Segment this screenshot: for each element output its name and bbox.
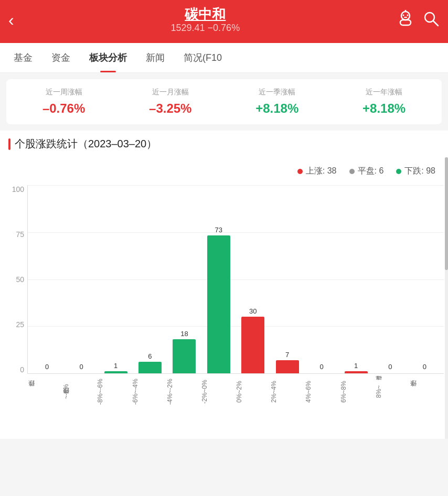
x-label-n8_below: 跌停~-8% <box>62 376 97 407</box>
x-label-p2_p4: 2%~4% <box>270 376 305 407</box>
tab-capital[interactable]: 资金 <box>42 43 80 72</box>
legend-flat-label: 平盘: 6 <box>358 166 384 177</box>
x-label-p6_p8: 6%~8% <box>340 376 375 407</box>
x-label-p8_limit: 8%~涨停 <box>375 376 409 407</box>
tab-sector[interactable]: 板块分析 <box>80 43 136 72</box>
bar-group-n4_n2: 18 <box>167 330 201 373</box>
y-label-25: 25 <box>4 320 24 329</box>
stat-quarter-value: +8.18% <box>255 101 298 116</box>
section-title-text: 个股涨跌统计（2023–03–20） <box>15 137 157 151</box>
legend-flat-dot <box>349 169 355 174</box>
stat-week-value: –0.76% <box>42 101 85 116</box>
y-label-100: 100 <box>4 185 24 193</box>
avatar-button[interactable] <box>397 10 414 30</box>
bar-rect-p4_p6 <box>310 372 333 373</box>
bar-group-n2_0: 73 <box>201 226 236 373</box>
section-title: 个股涨跌统计（2023–03–20） <box>0 131 448 157</box>
bar-group-p2_p4: 7 <box>270 351 304 373</box>
svg-point-0 <box>401 12 410 20</box>
legend-up-dot <box>297 169 303 174</box>
chart-inner: 100 75 50 25 0 001618733070100 跌停跌停~-8 <box>4 185 444 439</box>
bar-value-p8_limit: 0 <box>388 363 392 371</box>
svg-point-5 <box>405 10 407 11</box>
x-label-p4_p6: 4%~6% <box>305 376 339 407</box>
bar-value-n6_n4: 6 <box>148 352 152 360</box>
bar-value-n8_n6: 1 <box>114 362 118 370</box>
bar-group-n8_below: 0 <box>64 363 98 373</box>
section-title-bar <box>8 138 10 150</box>
svg-rect-6 <box>400 20 411 25</box>
stat-month: 近一月涨幅 –3.25% <box>149 88 191 116</box>
bar-rect-limit_down <box>36 372 59 373</box>
tab-news[interactable]: 新闻 <box>136 43 174 72</box>
bar-value-n8_below: 0 <box>80 363 83 371</box>
x-axis: 跌停跌停~-8%-8%~-6%-6%~-4%-4%~-2%-2%~0%0%~2%… <box>27 374 444 407</box>
bar-group-p6_p8: 1 <box>339 362 373 373</box>
stat-quarter: 近一季涨幅 +8.18% <box>255 88 298 116</box>
bar-rect-p2_p4 <box>276 360 299 373</box>
bar-value-n4_n2: 18 <box>180 330 188 338</box>
stat-year-label: 近一年涨幅 <box>362 88 406 97</box>
header-subtitle: 1529.41 −0.76% <box>14 23 397 34</box>
bar-group-p8_limit: 0 <box>373 363 407 373</box>
chart-plot: 001618733070100 <box>27 185 444 374</box>
scrollbar-thumb <box>445 157 448 270</box>
stat-quarter-label: 近一季涨幅 <box>255 88 298 97</box>
bar-rect-n6_n4 <box>138 362 162 373</box>
back-button[interactable]: ‹ <box>8 12 14 28</box>
stats-panel: 近一周涨幅 –0.76% 近一月涨幅 –3.25% 近一季涨幅 +8.18% 近… <box>6 79 442 124</box>
chart-body: 100 75 50 25 0 001618733070100 <box>4 185 444 374</box>
y-axis: 100 75 50 25 0 <box>4 185 27 374</box>
x-label-limit_up: 涨停 <box>409 376 444 407</box>
header-title-area: 碳中和 1529.41 −0.76% <box>14 6 397 34</box>
scrollbar[interactable] <box>445 157 448 439</box>
bar-rect-p6_p8 <box>345 371 368 373</box>
x-label-n4_n2: -4%~-2% <box>166 376 201 407</box>
stat-year: 近一年涨幅 +8.18% <box>362 88 406 116</box>
stat-month-value: –3.25% <box>149 101 191 116</box>
bar-value-p4_p6: 0 <box>319 363 323 371</box>
y-label-0: 0 <box>4 365 24 374</box>
bar-group-n8_n6: 1 <box>99 362 133 373</box>
y-label-75: 75 <box>4 230 24 239</box>
bar-rect-n4_n2 <box>173 339 196 373</box>
chart-container: 上涨: 38 平盘: 6 下跌: 98 100 75 50 25 0 <box>0 157 448 439</box>
stat-week: 近一周涨幅 –0.76% <box>42 88 85 116</box>
svg-rect-3 <box>404 17 407 18</box>
page-title: 碳中和 <box>14 6 397 23</box>
bar-group-p0_p2: 30 <box>236 307 270 373</box>
x-label-limit_down: 跌停 <box>27 376 62 407</box>
x-label-n8_n6: -8%~-6% <box>97 376 131 407</box>
bar-value-p0_p2: 30 <box>249 307 257 315</box>
bar-rect-limit_up <box>413 372 436 373</box>
x-label-p0_p2: 0%~2% <box>236 376 270 407</box>
bar-rect-n8_below <box>70 372 93 373</box>
x-label-n2_0: -2%~0% <box>201 376 236 407</box>
legend-up: 上涨: 38 <box>297 166 337 177</box>
legend-up-label: 上涨: 38 <box>306 166 337 177</box>
legend-down-label: 下跌: 98 <box>404 166 435 177</box>
tab-fund[interactable]: 基金 <box>4 43 42 72</box>
search-button[interactable] <box>423 10 440 30</box>
stat-week-label: 近一周涨幅 <box>42 88 85 97</box>
bar-rect-n8_n6 <box>104 371 127 373</box>
y-label-50: 50 <box>4 275 24 284</box>
stat-month-label: 近一月涨幅 <box>149 88 191 97</box>
header: ‹ 碳中和 1529.41 −0.76% <box>0 0 448 43</box>
bar-value-limit_down: 0 <box>45 363 49 371</box>
bar-rect-n2_0 <box>207 235 230 373</box>
chart-legend: 上涨: 38 平盘: 6 下跌: 98 <box>0 161 448 177</box>
bar-rect-p8_limit <box>379 372 402 373</box>
bar-group-p4_p6: 0 <box>304 363 338 373</box>
x-label-n6_n4: -6%~-4% <box>132 376 166 407</box>
tab-overview[interactable]: 简况(F10 <box>174 43 231 72</box>
legend-flat: 平盘: 6 <box>349 166 384 177</box>
bar-value-limit_up: 0 <box>423 363 426 371</box>
bar-value-n2_0: 73 <box>215 226 222 234</box>
tab-bar: 基金 资金 板块分析 新闻 简况(F10 <box>0 43 448 73</box>
legend-down: 下跌: 98 <box>396 166 435 177</box>
svg-line-8 <box>433 21 438 26</box>
svg-point-1 <box>403 14 404 16</box>
bar-group-limit_up: 0 <box>408 363 442 373</box>
legend-down-dot <box>396 169 401 174</box>
